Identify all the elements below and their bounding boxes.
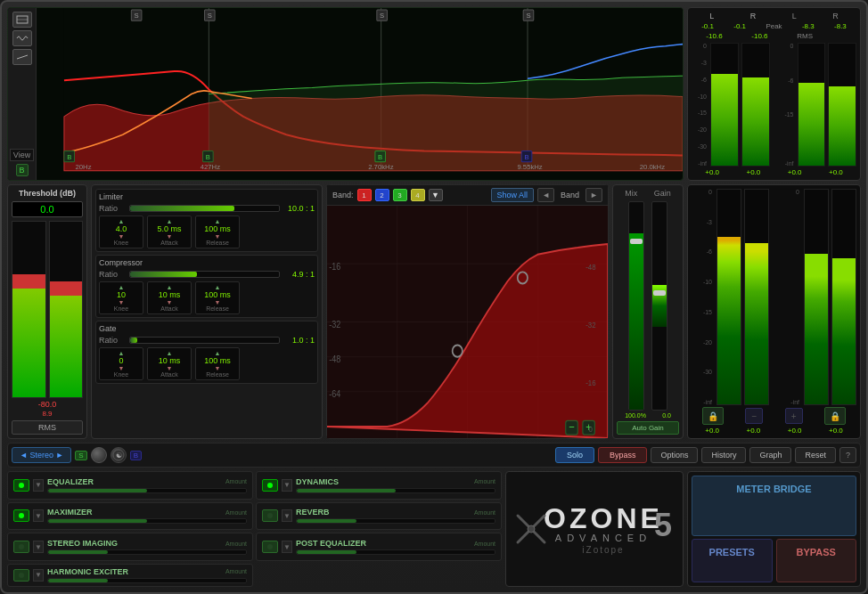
- dynamics-power[interactable]: [262, 479, 278, 492]
- harmonic-power[interactable]: [13, 569, 29, 582]
- comp-release-up[interactable]: ▲: [215, 284, 221, 290]
- limiter-release-up[interactable]: ▲: [215, 218, 221, 224]
- band-nav-prev[interactable]: ◄: [537, 188, 554, 202]
- reverb-power[interactable]: [262, 509, 278, 522]
- limiter-ratio-slider[interactable]: [129, 205, 280, 212]
- band-btn-3[interactable]: 3: [393, 189, 407, 201]
- s-badge[interactable]: S: [75, 451, 86, 460]
- band-nav-next[interactable]: ►: [585, 188, 602, 202]
- post-eq-power[interactable]: [262, 541, 278, 553]
- reverb-module: ▼ REVERB Amount: [256, 502, 502, 531]
- stereo-button[interactable]: ◄ Stereo ►: [12, 447, 71, 463]
- auto-gain-button[interactable]: Auto Gain: [617, 421, 679, 435]
- eq-graph[interactable]: -16 -32 -48 -64 + − -48 -32: [327, 206, 608, 438]
- gate-knee-down[interactable]: ▼: [119, 365, 125, 371]
- vu-l-label: L: [709, 12, 714, 20]
- minus-icon[interactable]: −: [745, 408, 763, 424]
- gate-ratio-slider[interactable]: [129, 337, 280, 344]
- he-slider[interactable]: [47, 578, 247, 583]
- band-btn-2[interactable]: 2: [375, 189, 389, 201]
- spectrum-wave-icon[interactable]: [12, 30, 32, 46]
- comp-attack-down[interactable]: ▼: [167, 299, 173, 305]
- limiter-knee-down[interactable]: ▼: [119, 233, 125, 240]
- spectrum-line-icon[interactable]: [12, 49, 32, 65]
- si-fill: [48, 550, 108, 554]
- bypass-bottom-button[interactable]: BYPASS: [776, 539, 857, 583]
- limiter-attack-up[interactable]: ▲: [167, 218, 173, 224]
- post-eq-arrow[interactable]: ▼: [282, 541, 292, 553]
- gate-release-up[interactable]: ▲: [215, 350, 221, 356]
- limiter-attack-down[interactable]: ▼: [167, 233, 173, 240]
- maximizer-arrow[interactable]: ▼: [33, 509, 44, 522]
- yin-yang-icon[interactable]: ☯: [111, 447, 127, 463]
- gate-attack-down[interactable]: ▼: [167, 365, 173, 371]
- plus-icon[interactable]: +: [785, 408, 803, 424]
- pe-slider[interactable]: [296, 549, 495, 555]
- spectrum-zoom-icon[interactable]: [12, 12, 32, 28]
- lock-icon-1[interactable]: 🔒: [702, 407, 724, 425]
- limiter-release-down[interactable]: ▼: [215, 233, 221, 240]
- harmonic-arrow[interactable]: ▼: [33, 569, 44, 582]
- band-btn-1[interactable]: 1: [357, 189, 372, 201]
- big-vu-scale2: 0-inf: [779, 189, 801, 405]
- gate-knee-up[interactable]: ▲: [119, 350, 125, 356]
- vu-fill-4: [829, 86, 856, 166]
- limiter-ratio-fill: [130, 206, 234, 211]
- spectrum-b-icon[interactable]: B: [16, 164, 29, 176]
- maximizer-slider[interactable]: [47, 518, 247, 524]
- vu-lr-label2: L: [792, 12, 797, 20]
- mix-thumb[interactable]: [630, 239, 643, 244]
- si-slider[interactable]: [47, 549, 247, 555]
- stereo-imaging-arrow[interactable]: ▼: [33, 541, 44, 553]
- vu-bar-4: [828, 43, 856, 167]
- comp-knee-up[interactable]: ▲: [119, 284, 125, 290]
- band-btn-4[interactable]: 4: [411, 189, 425, 201]
- thresh-fill-1: [12, 283, 45, 397]
- stereo-imaging-power[interactable]: [13, 541, 29, 553]
- comp-knee-down[interactable]: ▼: [119, 299, 125, 305]
- threshold-value[interactable]: 0.0: [12, 201, 83, 217]
- help-button[interactable]: ?: [839, 447, 856, 463]
- history-button[interactable]: History: [701, 447, 746, 463]
- show-all-button[interactable]: Show All: [491, 188, 535, 202]
- svg-text:-32: -32: [585, 320, 596, 330]
- gain-slider[interactable]: [651, 201, 667, 411]
- limiter-knee-up[interactable]: ▲: [119, 218, 125, 224]
- comp-release-down[interactable]: ▼: [215, 299, 221, 305]
- compressor-ratio-slider[interactable]: [129, 271, 280, 278]
- mix-slider[interactable]: [628, 201, 644, 411]
- dynamics-slider[interactable]: [296, 488, 495, 493]
- rms-button[interactable]: RMS: [12, 420, 83, 435]
- rev-header-row: REVERB Amount: [296, 508, 495, 517]
- band-btn-extra[interactable]: ▼: [429, 189, 443, 201]
- izotope-text: iZotope: [582, 545, 624, 555]
- lock-icon-2[interactable]: 🔒: [824, 407, 846, 425]
- solo-button[interactable]: Solo: [555, 447, 594, 463]
- dynamics-arrow[interactable]: ▼: [282, 479, 292, 492]
- gate-params: ▲ 0 ▼ Knee ▲ 10 ms ▼ Attack ▲ 100 ms: [99, 347, 315, 380]
- gate-attack-up[interactable]: ▲: [167, 350, 173, 356]
- limiter-attack-label: Attack: [160, 240, 177, 246]
- maximizer-power[interactable]: [13, 509, 29, 522]
- gain-thumb[interactable]: [653, 290, 666, 296]
- reverb-arrow[interactable]: ▼: [282, 509, 292, 522]
- view-button[interactable]: View: [10, 149, 34, 161]
- gate-release-down[interactable]: ▼: [215, 365, 221, 371]
- bypass-button[interactable]: Bypass: [598, 447, 648, 463]
- big-vu-scale: 0-3-6-10-15-20-30-inf: [692, 189, 714, 405]
- options-button[interactable]: Options: [651, 447, 698, 463]
- reverb-slider[interactable]: [296, 518, 495, 524]
- r-peak-val: -0.1: [733, 22, 746, 30]
- b-badge[interactable]: B: [130, 451, 142, 460]
- vu-fill-3: [798, 83, 825, 166]
- meter-bridge-button[interactable]: METER BRIDGE: [692, 476, 856, 536]
- comp-attack-up[interactable]: ▲: [167, 284, 173, 290]
- equalizer-power[interactable]: [13, 479, 29, 492]
- knob-icon-1[interactable]: [91, 447, 107, 463]
- reset-button[interactable]: Reset: [795, 447, 836, 463]
- vu-r-label: R: [750, 12, 757, 20]
- presets-button[interactable]: PRESETS: [692, 539, 773, 583]
- graph-button[interactable]: Graph: [749, 447, 791, 463]
- equalizer-slider[interactable]: [47, 488, 247, 493]
- equalizer-arrow[interactable]: ▼: [33, 479, 44, 492]
